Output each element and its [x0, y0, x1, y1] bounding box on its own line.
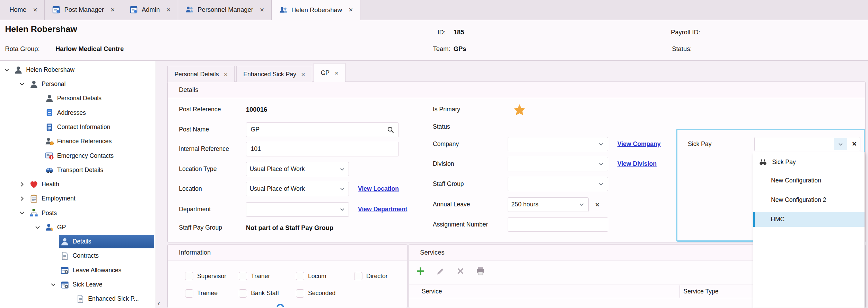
column-service-type[interactable]: Service Type — [683, 284, 718, 299]
tab-personnel-manager[interactable]: Personnel Manager × — [178, 0, 272, 20]
tab-admin[interactable]: Admin × — [122, 0, 178, 20]
search-icon[interactable] — [387, 126, 394, 134]
chevron-down-icon[interactable] — [19, 209, 25, 216]
tab-helen-robershaw[interactable]: Helen Robershaw × — [272, 0, 360, 20]
chevron-down-icon[interactable] — [339, 206, 345, 213]
close-icon[interactable]: × — [33, 6, 37, 14]
tab-gp[interactable]: GP × — [314, 63, 345, 82]
view-division-link[interactable]: View Division — [617, 157, 657, 171]
division-select[interactable] — [508, 157, 608, 171]
chevron-down-icon[interactable] — [339, 186, 345, 192]
sick-pay-search-option[interactable]: Sick Pay — [753, 155, 865, 170]
checkbox-icon[interactable] — [354, 272, 362, 280]
tree-item-health[interactable]: Health — [0, 177, 156, 191]
tree-item-gp[interactable]: GP — [0, 220, 156, 234]
tree-item-helen-robershaw[interactable]: Helen Robershaw — [0, 63, 156, 77]
checkbox-icon[interactable] — [296, 272, 304, 280]
checkbox-seconded[interactable]: Seconded — [296, 288, 335, 299]
print-services-button[interactable] — [474, 265, 486, 277]
tree-item-sick-leave[interactable]: Sick Leave — [0, 277, 156, 292]
close-icon[interactable]: × — [166, 6, 170, 14]
checkbox-icon[interactable] — [239, 289, 247, 298]
checkbox-icon[interactable] — [185, 289, 193, 298]
tree-item-finance-references[interactable]: Finance References — [0, 134, 156, 148]
internal-reference-input[interactable] — [246, 142, 399, 156]
add-service-button[interactable] — [414, 265, 427, 277]
emergency-icon — [45, 151, 54, 160]
edit-service-button[interactable] — [435, 265, 447, 277]
person-icon — [60, 237, 69, 246]
tree-item-posts[interactable]: Posts — [0, 206, 156, 220]
chevron-down-icon[interactable] — [34, 224, 41, 231]
checkbox-supervisor[interactable]: Supervisor — [185, 271, 226, 282]
close-icon[interactable]: × — [260, 6, 264, 14]
close-icon[interactable]: × — [111, 6, 115, 14]
rota-group-value: Harlow Medical Centre — [55, 45, 124, 53]
view-location-link[interactable]: View Location — [358, 182, 399, 196]
tree-item-leave-allowances[interactable]: Leave Allowances — [0, 263, 156, 277]
tab-enhanced-sick-pay[interactable]: Enhanced Sick Pay × — [236, 66, 312, 82]
tree-item-addresses[interactable]: Addresses — [0, 106, 156, 120]
close-icon[interactable]: × — [301, 71, 305, 78]
sick-pay-combobox[interactable]: × — [754, 137, 860, 152]
chevron-down-icon[interactable] — [598, 181, 604, 187]
department-select[interactable] — [246, 202, 349, 217]
column-service[interactable]: Service — [422, 284, 442, 299]
chevron-down-icon[interactable] — [19, 81, 25, 87]
staff-group-select[interactable] — [508, 177, 608, 191]
company-select[interactable] — [508, 137, 608, 152]
finance-icon — [45, 137, 54, 146]
chevron-right-icon[interactable] — [19, 181, 25, 188]
chevron-down-icon[interactable] — [598, 161, 604, 167]
chevron-down-icon[interactable] — [598, 141, 604, 147]
view-department-link[interactable]: View Department — [358, 202, 407, 217]
tab-post-manager[interactable]: Post Manager × — [45, 0, 122, 20]
chevron-down-icon[interactable] — [579, 202, 585, 208]
division-label: Division — [433, 157, 454, 171]
scroll-left-arrow[interactable]: ‹ — [157, 299, 160, 308]
checkbox-locum[interactable]: Locum — [296, 271, 326, 282]
location-select[interactable]: Usual Place of Work — [246, 182, 349, 196]
dropdown-option-new-configuration[interactable]: New Configuration — [753, 173, 865, 188]
id-label: ID: — [437, 28, 446, 36]
chevron-right-icon[interactable] — [19, 195, 25, 202]
checkbox-trainer[interactable]: Trainer — [239, 271, 270, 282]
annual-leave-select[interactable]: 250 hours — [508, 197, 589, 212]
chevron-down-icon[interactable] — [339, 166, 345, 172]
assignment-number-input[interactable] — [508, 217, 608, 232]
clear-annual-leave-icon[interactable]: × — [595, 197, 599, 212]
tree-item-contact-information[interactable]: Contact Information — [0, 120, 156, 134]
tree-item-personal[interactable]: Personal — [0, 77, 156, 91]
chevron-down-icon[interactable] — [834, 138, 847, 150]
close-icon[interactable]: × — [224, 71, 228, 78]
delete-service-button[interactable] — [454, 265, 466, 277]
tab-personal-details[interactable]: Personal Details × — [167, 66, 235, 82]
checkbox-trainee[interactable]: Trainee — [185, 288, 218, 299]
tree-item-transport-details[interactable]: Transport Details — [0, 163, 156, 177]
radio-button-partial[interactable] — [277, 304, 284, 307]
checkbox-director[interactable]: Director — [354, 271, 388, 282]
dropdown-option-new-configuration-2[interactable]: New Configuration 2 — [753, 192, 865, 207]
post-name-input[interactable] — [246, 122, 399, 137]
dropdown-option-hmc[interactable]: HMC — [753, 212, 865, 227]
tree-item-personal-details[interactable]: Personal Details — [0, 91, 156, 105]
tree-item-employment[interactable]: Employment — [0, 191, 156, 206]
chevron-down-icon[interactable] — [50, 281, 56, 288]
clear-sick-pay-icon[interactable]: × — [852, 140, 857, 148]
location-type-select[interactable]: Usual Place of Work — [246, 162, 349, 177]
view-company-link[interactable]: View Company — [617, 137, 661, 152]
chevron-down-icon[interactable] — [3, 67, 10, 73]
primary-star-icon[interactable] — [513, 104, 526, 117]
checkbox-bank-staff[interactable]: Bank Staff — [239, 288, 279, 299]
close-icon[interactable]: × — [349, 6, 353, 14]
checkbox-icon[interactable] — [239, 272, 247, 280]
tree-item-contracts[interactable]: Contracts — [0, 249, 156, 263]
tree-item-emergency-contacts[interactable]: Emergency Contacts — [0, 148, 156, 163]
tree-item-details[interactable]: Details — [0, 234, 156, 249]
tab-home[interactable]: Home × — [2, 0, 45, 20]
record-header: Helen Robershaw Rota Group: Harlow Medic… — [0, 20, 868, 61]
checkbox-icon[interactable] — [296, 289, 304, 298]
checkbox-icon[interactable] — [185, 272, 193, 280]
close-icon[interactable]: × — [334, 70, 338, 76]
tree-item-enhanced-sick-pay[interactable]: Enhanced Sick P... — [0, 292, 156, 306]
